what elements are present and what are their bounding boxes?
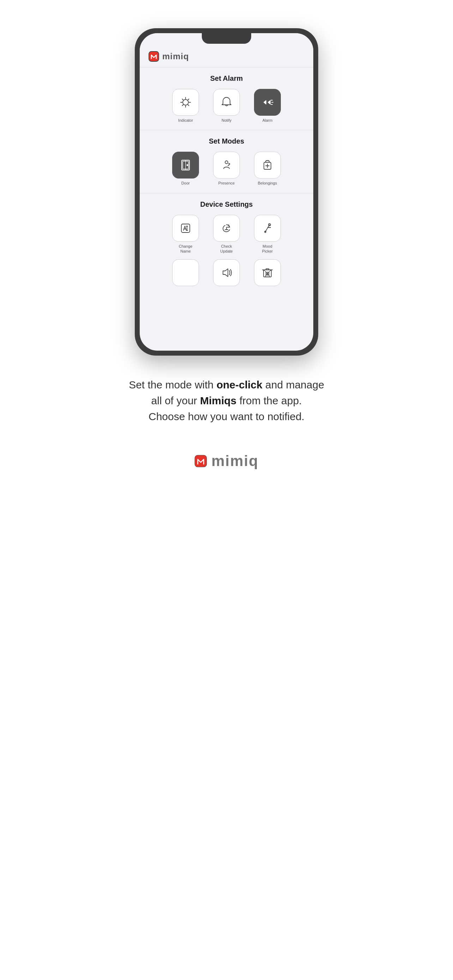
presence-icon-box[interactable]	[213, 152, 240, 178]
device-settings-section: Device Settings	[140, 193, 313, 294]
indicator-icon	[179, 96, 192, 109]
svg-point-19	[225, 161, 228, 164]
bottom-logo-text: mimiq	[211, 453, 259, 469]
notify-icon	[220, 96, 233, 109]
mimiq-logo-icon	[148, 51, 159, 62]
header-logo-text: mimiq	[162, 51, 189, 61]
notify-label: Notify	[222, 118, 231, 123]
settings-bottom-grid	[148, 259, 305, 286]
change-name-button[interactable]: ChangeName	[168, 215, 203, 254]
empty-icon-box[interactable]	[172, 259, 199, 286]
device-settings-title: Device Settings	[148, 200, 305, 208]
alarm-button[interactable]: Alarm	[250, 89, 285, 123]
svg-point-1	[183, 99, 188, 105]
check-update-icon-box[interactable]	[213, 215, 240, 242]
svg-line-6	[183, 99, 183, 100]
notify-button[interactable]: Notify	[209, 89, 244, 123]
alarm-icon	[261, 96, 274, 109]
door-icon-box[interactable]	[172, 152, 199, 178]
svg-line-7	[188, 105, 189, 106]
check-update-icon	[220, 222, 233, 235]
alarm-icon-grid: Indicator Notify	[148, 89, 305, 123]
svg-line-9	[183, 105, 183, 106]
svg-point-17	[187, 165, 188, 166]
door-icon	[179, 159, 192, 172]
mood-picker-icon-box[interactable]	[254, 215, 281, 242]
phone-frame: mimiq Set Alarm	[135, 28, 318, 356]
set-alarm-section: Set Alarm	[140, 67, 313, 130]
set-modes-title: Set Modes	[148, 137, 305, 145]
svg-marker-10	[264, 100, 266, 104]
bottom-logo-icon	[194, 455, 207, 468]
door-button[interactable]: Door	[168, 152, 203, 186]
delete-icon-box[interactable]	[254, 259, 281, 286]
mood-picker-label: MoodPicker	[262, 244, 273, 254]
svg-rect-47	[195, 455, 207, 467]
settings-icon-grid: ChangeName Ch	[148, 215, 305, 254]
belongings-icon	[261, 159, 274, 172]
belongings-icon-box[interactable]	[254, 152, 281, 178]
notify-icon-box[interactable]	[213, 89, 240, 116]
belongings-button[interactable]: Belongings	[250, 152, 285, 186]
change-name-icon-box[interactable]	[172, 215, 199, 242]
alarm-icon-box[interactable]	[254, 89, 281, 116]
logo-container: mimiq	[148, 51, 189, 62]
svg-rect-0	[149, 51, 159, 61]
sound-button-2[interactable]	[209, 259, 244, 286]
alarm-label: Alarm	[262, 118, 273, 123]
indicator-label: Indicator	[178, 118, 193, 123]
description-text: Set the mode with one-click and manage a…	[129, 377, 324, 425]
modes-icon-grid: Door Presence	[148, 152, 305, 186]
svg-line-8	[188, 99, 189, 100]
empty-button[interactable]	[168, 259, 203, 286]
set-alarm-title: Set Alarm	[148, 75, 305, 83]
change-name-icon	[179, 222, 192, 235]
bottom-logo: mimiq	[194, 453, 259, 469]
door-label: Door	[181, 181, 190, 186]
phone-screen: mimiq Set Alarm	[140, 33, 313, 351]
indicator-icon-box[interactable]	[172, 89, 199, 116]
change-name-label: ChangeName	[179, 244, 192, 254]
presence-label: Presence	[218, 181, 235, 186]
mood-picker-button[interactable]: MoodPicker	[250, 215, 285, 254]
presence-icon	[220, 159, 233, 172]
mood-picker-icon	[261, 222, 274, 235]
indicator-button[interactable]: Indicator	[168, 89, 203, 123]
sound-icon-2	[220, 266, 233, 279]
description-section: Set the mode with one-click and manage a…	[100, 377, 353, 425]
check-update-label: CheckUpdate	[220, 244, 232, 254]
delete-button[interactable]	[250, 259, 285, 286]
svg-marker-11	[268, 100, 270, 104]
delete-icon	[261, 266, 274, 279]
sound-icon-box-2[interactable]	[213, 259, 240, 286]
svg-marker-34	[223, 269, 228, 277]
set-modes-section: Set Modes Door	[140, 130, 313, 193]
phone-notch	[202, 33, 251, 44]
belongings-label: Belongings	[258, 181, 277, 186]
presence-button[interactable]: Presence	[209, 152, 244, 186]
check-update-button[interactable]: CheckUpdate	[209, 215, 244, 254]
